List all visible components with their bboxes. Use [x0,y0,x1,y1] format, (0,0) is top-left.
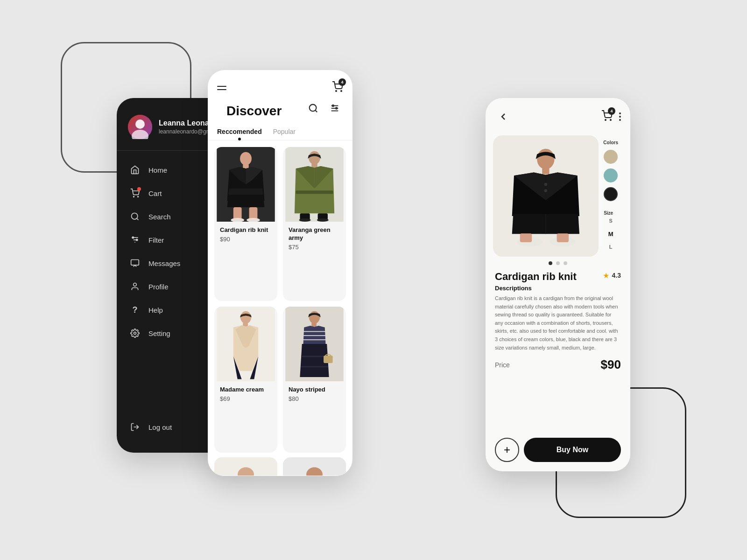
size-l[interactable]: L [604,242,618,252]
scene: Leanna Leonardo leannaleonardo@gmail.com… [117,70,630,490]
buy-now-button[interactable]: Buy Now [524,438,621,462]
filter-icon [130,235,140,245]
svg-line-19 [315,110,317,112]
home-label: Home [148,166,167,174]
svg-point-18 [310,105,317,112]
svg-point-33 [309,151,320,164]
discover-title: Discover [217,100,291,119]
home-icon [130,165,140,175]
product-main-image [493,135,599,257]
cart-label: Cart [148,189,162,197]
logout-label: Log out [148,423,172,431]
size-section: Size S M L [604,210,618,252]
svg-point-3 [134,196,134,197]
profile-label: Profile [148,283,169,291]
svg-rect-34 [311,164,317,168]
svg-rect-12 [131,260,139,266]
svg-point-61 [544,182,548,186]
search-label: Search [148,213,171,221]
hamburger-button[interactable] [217,86,226,90]
detail-cart-badge: 4 [608,107,615,115]
description-label: Descriptions [495,285,621,292]
svg-rect-67 [557,233,569,242]
messages-icon [130,258,140,268]
product-options-panel: Colors Size S M L [599,135,623,257]
svg-point-21 [332,105,334,107]
svg-rect-27 [243,164,248,168]
svg-point-4 [138,196,139,197]
product-image-area: Colors Size S M L [486,135,630,257]
product-4-price: $80 [289,395,340,402]
product-card-1[interactable]: Cardigan rib knit $90 [214,147,277,301]
price-value: $90 [601,357,621,372]
tab-recommended[interactable]: Reccomended [217,128,262,140]
avatar [128,115,152,139]
price-label: Price [495,361,510,369]
product-1-name: Cardigan rib knit [220,226,272,234]
svg-point-5 [132,213,138,219]
cart-icon [130,188,140,198]
svg-rect-29 [249,207,258,220]
svg-point-57 [610,119,611,120]
colors-label: Colors [603,140,618,145]
filter-button[interactable] [326,100,343,117]
svg-point-41 [240,311,251,324]
product-card-4[interactable]: Nayo striped $80 [283,307,346,453]
svg-point-11 [136,239,138,240]
size-label: Size [604,210,618,216]
dot-3[interactable] [564,261,567,265]
product-4-name: Nayo striped [289,386,340,394]
color-cream[interactable] [604,150,618,164]
buy-section: + Buy Now [486,438,630,471]
size-m[interactable]: M [604,229,618,239]
product-3-name: Madame cream [220,386,272,394]
product-card-3[interactable]: Madame cream $69 [214,307,277,453]
cart-icon-button[interactable]: 4 [332,81,343,94]
svg-point-14 [134,332,136,335]
dot-2[interactable] [556,261,560,265]
svg-line-6 [137,218,139,220]
detail-cart-button[interactable]: 4 [601,110,613,123]
product-3-price: $69 [220,395,272,402]
phone-middle: 4 Discover [208,70,352,476]
svg-point-26 [240,152,252,165]
product-detail-info: Cardigan rib knit ★ 4.3 Descriptions Car… [486,267,630,438]
svg-point-1 [135,119,145,129]
detail-header: 4 [486,98,630,135]
help-icon: ? [130,305,140,315]
header-right-icons: 4 [601,110,621,123]
svg-rect-35 [296,190,333,194]
back-button[interactable] [495,108,512,125]
color-blue[interactable] [604,168,618,182]
svg-point-16 [336,91,337,91]
color-black[interactable] [604,187,618,201]
more-options-button[interactable] [619,112,621,121]
filter-label: Filter [148,236,164,244]
rating-section: ★ 4.3 [603,271,621,280]
size-s[interactable]: S [604,216,618,226]
svg-rect-60 [543,168,550,174]
cart-badge-dot [137,187,141,191]
image-dots [486,261,630,265]
product-card-2[interactable]: Varanga green army $75 [283,147,346,301]
product-2-name: Varanga green army [289,226,340,242]
svg-point-56 [605,119,606,120]
logout-icon [130,422,140,432]
dot-1[interactable] [549,261,552,265]
products-grid: Cardigan rib knit $90 [208,140,352,459]
svg-point-10 [132,237,134,238]
search-button[interactable] [305,100,322,117]
discover-header: 4 [208,70,352,100]
setting-label: Setting [148,329,170,337]
discover-tabs: Reccomended Popular [208,122,352,140]
add-to-cart-button[interactable]: + [495,438,519,462]
search-icon [130,211,140,222]
phone-right: 4 [486,98,630,471]
cart-badge: 4 [338,78,346,86]
svg-rect-28 [233,207,242,220]
svg-point-59 [537,148,554,169]
description-text: Cardigan rib knit is a cardigan from the… [495,294,621,352]
tab-popular[interactable]: Popular [273,128,296,140]
svg-point-13 [134,283,137,287]
svg-point-39 [317,218,329,222]
